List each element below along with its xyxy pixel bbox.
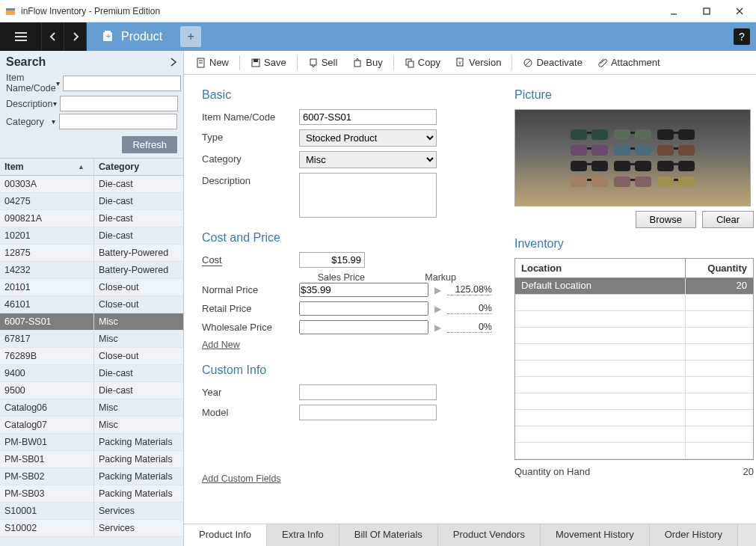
triangle-icon[interactable]: ▶: [434, 285, 441, 295]
normal-price-input[interactable]: [299, 283, 428, 297]
category-select[interactable]: Misc: [299, 151, 437, 168]
table-row[interactable]: PM-BW01Packing Materials: [0, 434, 183, 451]
table-row[interactable]: 10201Die-cast: [0, 227, 183, 245]
sidebar: Search Item Name/Code ▾ Description ▾ Ca…: [0, 51, 184, 546]
table-row[interactable]: S10001Services: [0, 503, 183, 520]
table-row[interactable]: Catalog06Misc: [0, 399, 183, 417]
nav-back-button[interactable]: [42, 22, 64, 51]
table-row[interactable]: 46101Close-out: [0, 296, 183, 313]
search-itemname-input[interactable]: [63, 76, 181, 91]
inventory-row[interactable]: [515, 377, 753, 393]
inventory-row[interactable]: [515, 328, 753, 344]
bottom-tabs: Product Info Extra Info Bill Of Material…: [184, 524, 756, 546]
search-description-input[interactable]: [60, 96, 178, 111]
app-icon: [4, 5, 16, 17]
table-row[interactable]: PM-SB03Packing Materials: [0, 485, 183, 503]
cell-item: 9400: [0, 365, 94, 381]
tab-vendors[interactable]: Product Vendors: [438, 524, 541, 546]
menu-button[interactable]: [0, 22, 42, 51]
tab-movement[interactable]: Movement History: [541, 524, 650, 546]
minimize-button[interactable]: [657, 0, 690, 22]
add-new-price-link[interactable]: Add New: [202, 340, 240, 350]
table-row[interactable]: 12875Battery-Powered: [0, 245, 183, 262]
search-title: Search: [6, 55, 46, 69]
collapse-icon[interactable]: [170, 58, 177, 67]
sell-button[interactable]: Sell: [302, 55, 344, 70]
model-input[interactable]: [299, 405, 437, 420]
table-row[interactable]: 00303ADie-cast: [0, 176, 183, 193]
triangle-icon[interactable]: ▶: [434, 322, 441, 333]
svg-rect-3: [704, 8, 710, 14]
tab-product[interactable]: + Product: [94, 22, 176, 51]
sunglasses-image: [569, 128, 696, 188]
table-row[interactable]: Catalog07Misc: [0, 417, 183, 434]
buy-button[interactable]: Buy: [346, 55, 388, 70]
description-input[interactable]: [299, 173, 437, 218]
tab-order[interactable]: Order History: [650, 524, 738, 546]
version-button[interactable]: vVersion: [449, 55, 507, 70]
inventory-row[interactable]: [515, 443, 753, 459]
nav-forward-button[interactable]: [64, 22, 87, 51]
table-row[interactable]: 04275Die-cast: [0, 193, 183, 210]
retail-price-input[interactable]: [299, 301, 428, 316]
search-category-input[interactable]: [59, 114, 177, 129]
normal-markup[interactable]: 125.08%: [447, 284, 492, 295]
column-category[interactable]: Category: [94, 159, 183, 175]
table-row[interactable]: 76289BClose-out: [0, 348, 183, 365]
table-row[interactable]: 20101Close-out: [0, 279, 183, 296]
section-custom: Custom Info: [202, 364, 492, 377]
deactivate-button[interactable]: Deactivate: [517, 55, 588, 70]
clear-button[interactable]: Clear: [702, 211, 754, 228]
tab-bom[interactable]: Bill Of Materials: [339, 524, 438, 546]
inv-col-location[interactable]: Location: [515, 259, 686, 277]
inv-col-quantity[interactable]: Quantity: [686, 259, 753, 277]
table-row[interactable]: 9400Die-cast: [0, 365, 183, 382]
inv-cell-location: [515, 361, 686, 376]
inventory-row[interactable]: [515, 311, 753, 328]
retail-markup[interactable]: 0%: [447, 303, 492, 314]
inventory-row[interactable]: [515, 410, 753, 426]
new-button[interactable]: New: [190, 55, 235, 70]
table-row[interactable]: S10002Services: [0, 520, 183, 537]
inventory-row[interactable]: [515, 426, 753, 443]
table-row[interactable]: 67817Misc: [0, 331, 183, 348]
inventory-row[interactable]: [515, 361, 753, 377]
save-button[interactable]: Save: [245, 55, 292, 70]
column-item[interactable]: Item▲: [0, 159, 94, 175]
wholesale-price-input[interactable]: [299, 320, 428, 334]
browse-button[interactable]: Browse: [636, 211, 696, 228]
table-row[interactable]: 6007-SS01Misc: [0, 313, 183, 331]
refresh-button[interactable]: Refresh: [122, 136, 177, 153]
close-button[interactable]: [723, 0, 756, 22]
add-custom-fields-link[interactable]: Add Custom Fields: [202, 473, 281, 484]
maximize-button[interactable]: [690, 0, 723, 22]
table-row[interactable]: 9500Die-cast: [0, 382, 183, 399]
tab-new[interactable]: +: [180, 26, 201, 47]
table-row[interactable]: 14232Battery-Powered: [0, 262, 183, 279]
inventory-row[interactable]: Default Location20: [515, 278, 753, 295]
copy-button[interactable]: Copy: [399, 55, 446, 70]
tab-product-info[interactable]: Product Info: [184, 524, 267, 546]
inventory-row[interactable]: [515, 344, 753, 361]
dropdown-icon[interactable]: ▾: [56, 79, 60, 88]
year-input[interactable]: [299, 384, 437, 400]
help-button[interactable]: ?: [734, 28, 750, 45]
inventory-row[interactable]: [515, 393, 753, 410]
table-row[interactable]: 090821ADie-cast: [0, 210, 183, 227]
inventory-row[interactable]: [515, 295, 753, 311]
dropdown-icon[interactable]: ▾: [53, 99, 57, 108]
itemname-input[interactable]: [299, 109, 437, 125]
triangle-icon[interactable]: ▶: [434, 304, 441, 314]
dropdown-icon[interactable]: ▾: [52, 117, 56, 126]
table-row[interactable]: PM-SB02Packing Materials: [0, 468, 183, 485]
tab-extra-info[interactable]: Extra Info: [267, 524, 339, 546]
cost-input[interactable]: [299, 252, 365, 268]
itemname-label: Item Name/Code: [202, 109, 299, 123]
type-select[interactable]: Stocked Product: [299, 129, 437, 147]
category-label: Category: [202, 151, 299, 165]
cell-category: Die-cast: [94, 210, 183, 227]
product-picture[interactable]: [514, 109, 751, 206]
wholesale-markup[interactable]: 0%: [447, 322, 492, 333]
attachment-button[interactable]: Attachment: [591, 55, 666, 70]
table-row[interactable]: PM-SB01Packing Materials: [0, 451, 183, 468]
